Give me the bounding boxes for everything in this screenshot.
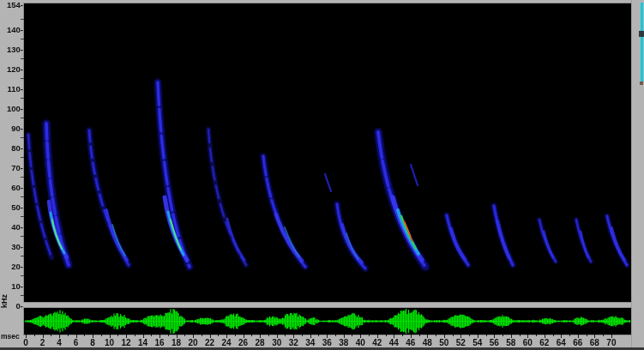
freq-minor-tick xyxy=(21,157,24,158)
time-tick-label: 26 xyxy=(236,338,251,347)
time-tick-label: 0 xyxy=(18,338,33,347)
freq-minor-tick xyxy=(21,216,24,217)
time-tick xyxy=(101,335,102,336)
time-tick-label: 62 xyxy=(537,338,552,347)
time-tick xyxy=(587,335,587,336)
freq-minor-tick xyxy=(21,256,24,256)
time-tick-label: 28 xyxy=(252,338,268,347)
spectrogram-window: 154-140-130-120-110-100-90-80-70-60-50-4… xyxy=(0,0,644,350)
freq-minor-tick xyxy=(21,177,24,178)
freq-tick-label: 120- xyxy=(7,64,23,74)
call-stroke xyxy=(378,132,425,267)
spectrogram-plot xyxy=(24,3,631,302)
time-tick-label: 4 xyxy=(51,338,67,347)
time-tick-label: 42 xyxy=(370,338,385,347)
time-tick-label: 32 xyxy=(286,338,301,347)
vertical-scrollbar[interactable] xyxy=(631,0,644,347)
freq-tick-label: 20- xyxy=(11,262,23,271)
freq-tick-label: 70- xyxy=(11,163,23,172)
time-tick-label: 22 xyxy=(202,338,218,347)
time-tick-label: 16 xyxy=(152,338,167,347)
time-tick xyxy=(520,335,521,336)
freq-minor-tick xyxy=(21,236,24,237)
vertical-scrollbar-thumb[interactable] xyxy=(641,3,643,82)
time-tick xyxy=(84,335,85,336)
freq-tick-label: 10- xyxy=(11,281,23,291)
call-stroke xyxy=(89,130,129,265)
time-ruler: 0246810121416182022242628303234363840424… xyxy=(0,335,644,348)
time-tick xyxy=(51,335,51,336)
freq-minor-tick xyxy=(21,78,24,79)
call-stroke xyxy=(411,165,418,185)
time-tick-label: 60 xyxy=(520,338,535,347)
time-tick-label: 54 xyxy=(470,338,485,347)
time-tick xyxy=(402,335,403,336)
freq-tick-label: 0- xyxy=(16,301,23,311)
time-tick xyxy=(168,335,169,336)
freq-tick-label: 100- xyxy=(7,104,23,113)
freq-tick-label: 110- xyxy=(8,84,24,94)
time-tick xyxy=(469,335,470,336)
call-stroke xyxy=(46,124,69,265)
time-tick-label: 12 xyxy=(118,338,134,347)
time-tick-label: 44 xyxy=(386,338,401,347)
freq-minor-tick xyxy=(21,58,24,59)
freq-minor-tick xyxy=(21,196,24,197)
time-unit-label: msec xyxy=(1,332,20,341)
time-tick-label: 68 xyxy=(587,338,602,347)
time-tick-label: 24 xyxy=(219,338,234,347)
time-tick-label: 50 xyxy=(436,338,452,347)
time-tick xyxy=(251,335,252,336)
freq-minor-tick xyxy=(21,39,24,39)
time-tick xyxy=(135,335,135,336)
oscillogram-canvas[interactable] xyxy=(24,308,631,335)
time-tick xyxy=(569,335,570,336)
time-tick-label: 52 xyxy=(453,338,468,347)
freq-tick-label: 30- xyxy=(11,242,23,251)
time-tick xyxy=(453,335,454,336)
time-tick xyxy=(151,335,152,336)
freq-tick-label: 60- xyxy=(11,183,23,192)
freq-tick-label: 40- xyxy=(11,222,23,232)
time-tick-label: 6 xyxy=(69,338,84,347)
time-tick-label: 36 xyxy=(319,338,334,347)
time-tick-label: 38 xyxy=(336,338,352,347)
freq-tick-label: 80- xyxy=(11,143,23,153)
time-tick-label: 70 xyxy=(604,338,619,347)
oscillogram-plot xyxy=(24,308,631,335)
time-tick xyxy=(386,335,387,336)
time-tick xyxy=(486,335,487,336)
time-tick xyxy=(436,335,436,336)
time-tick-label: 48 xyxy=(419,338,435,347)
time-tick xyxy=(503,335,503,336)
scrollbar-mark xyxy=(640,81,643,85)
time-tick xyxy=(218,335,219,336)
time-tick xyxy=(419,335,420,336)
freq-tick-label: 50- xyxy=(11,202,23,212)
freq-tick-label: 154- xyxy=(7,0,23,9)
spectrogram-canvas[interactable] xyxy=(24,3,631,302)
time-tick-label: 18 xyxy=(169,338,184,347)
time-tick xyxy=(268,335,269,336)
freq-minor-tick xyxy=(21,98,24,99)
time-tick xyxy=(285,335,286,336)
time-tick xyxy=(68,335,69,336)
time-tick-label: 56 xyxy=(486,338,502,347)
time-tick xyxy=(553,335,554,336)
time-tick xyxy=(117,335,118,336)
time-tick-label: 8 xyxy=(85,338,100,347)
freq-minor-tick xyxy=(21,137,24,138)
time-tick xyxy=(536,335,537,336)
freq-minor-tick xyxy=(21,275,24,276)
time-tick xyxy=(318,335,319,336)
freq-tick-label: 90- xyxy=(11,124,23,133)
time-tick xyxy=(202,335,202,336)
freq-minor-tick xyxy=(21,295,24,296)
time-tick-label: 40 xyxy=(352,338,368,347)
call-stroke xyxy=(325,174,331,191)
time-tick-label: 2 xyxy=(35,338,51,347)
freq-tick-label: 140- xyxy=(7,25,23,34)
time-tick-label: 20 xyxy=(185,338,201,347)
freq-tick-label: 130- xyxy=(7,45,23,54)
time-tick xyxy=(34,335,35,336)
